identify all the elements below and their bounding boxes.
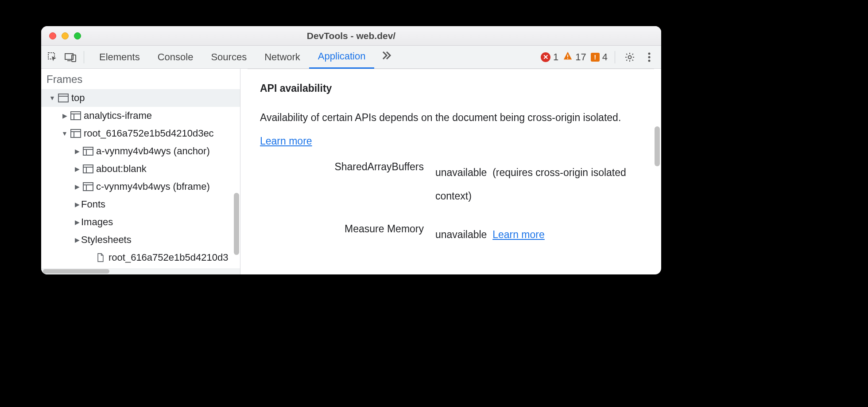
frame-icon [83, 147, 93, 156]
tree-row[interactable]: ▶analytics-iframe [41, 107, 240, 125]
tabbar-divider-2 [615, 51, 615, 63]
api-row-label: Measure Memory [313, 223, 424, 247]
tree-row-label: Stylesheets [81, 234, 132, 246]
svg-rect-4 [567, 55, 568, 57]
tree-row[interactable]: ▼top [41, 89, 240, 107]
disclosure-triangle-icon[interactable]: ▼ [61, 130, 69, 137]
tabs-container: ElementsConsoleSourcesNetworkApplication [90, 46, 374, 69]
errors-count[interactable]: ✕ 1 [541, 51, 558, 63]
warnings-count[interactable]: 17 [563, 51, 586, 63]
tabbar-right: ✕ 1 17 ! 4 [541, 50, 657, 65]
tabbar-divider [84, 51, 84, 63]
tab-elements[interactable]: Elements [90, 46, 149, 69]
tree-row-label: about:blank [96, 163, 147, 175]
device-toolbar-icon[interactable] [63, 50, 78, 64]
maximize-window-button[interactable] [74, 32, 81, 39]
tree-row[interactable]: ▶Images [41, 213, 240, 231]
disclosure-triangle-icon[interactable]: ▶ [61, 112, 69, 119]
section-description: Availability of certain APIs depends on … [260, 106, 642, 153]
svg-rect-21 [83, 165, 93, 173]
tree-row-label: c-vynmy4vb4wys (bframe) [96, 181, 210, 192]
api-row-learn-more-link[interactable]: Learn more [492, 229, 545, 240]
frames-tree[interactable]: ▼top▶analytics-iframe▼root_616a752e1b5d4… [41, 89, 240, 268]
svg-rect-10 [58, 94, 68, 102]
devtools-tabbar: ElementsConsoleSourcesNetworkApplication… [41, 46, 661, 69]
tree-row-label: root_616a752e1b5d4210d3 [108, 252, 228, 263]
api-row-status: unavailable [435, 167, 487, 178]
api-availability-table: SharedArrayBuffersunavailable (requires … [313, 161, 642, 247]
tree-row-label: top [71, 92, 85, 104]
api-row-value: unavailable Learn more [435, 223, 642, 247]
issue-icon: ! [591, 53, 600, 62]
settings-button[interactable] [622, 50, 637, 65]
disclosure-triangle-icon[interactable]: ▶ [73, 236, 81, 243]
devtools-window: DevTools - web.dev/ ElementsConsoleSourc… [41, 26, 661, 274]
sidebar-scrollbar-horizontal-thumb[interactable] [43, 269, 109, 274]
disclosure-triangle-icon[interactable]: ▶ [73, 183, 81, 190]
tree-row[interactable]: ▶c-vynmy4vb4wys (bframe) [41, 178, 240, 196]
frames-sidebar: Frames ▼top▶analytics-iframe▼root_616a75… [41, 69, 240, 274]
devtools-body: Frames ▼top▶analytics-iframe▼root_616a75… [41, 69, 661, 274]
tab-console[interactable]: Console [149, 46, 202, 69]
frame-icon [70, 111, 81, 120]
tree-row[interactable]: ▶Stylesheets [41, 231, 240, 249]
learn-more-link[interactable]: Learn more [260, 135, 312, 147]
doc-icon [95, 253, 106, 262]
tree-row[interactable]: ▼root_616a752e1b5d4210d3ec [41, 125, 240, 142]
tree-row-label: Images [81, 216, 113, 228]
svg-rect-5 [567, 58, 568, 59]
more-options-button[interactable] [642, 50, 657, 65]
more-tabs-button[interactable] [378, 50, 395, 64]
sidebar-scrollbar-vertical[interactable] [234, 193, 239, 255]
disclosure-triangle-icon[interactable]: ▼ [48, 94, 56, 102]
issues-value: 4 [602, 51, 608, 63]
api-row-label: SharedArrayBuffers [313, 161, 424, 208]
sidebar-heading: Frames [41, 69, 240, 89]
main-panel: API availability Availability of certain… [240, 69, 661, 274]
svg-point-8 [648, 56, 651, 58]
svg-rect-12 [71, 112, 81, 120]
issues-count[interactable]: ! 4 [591, 51, 608, 63]
main-scrollbar-vertical[interactable] [655, 126, 660, 166]
frame-icon [70, 129, 81, 138]
section-title: API availability [260, 82, 642, 94]
error-icon: ✕ [541, 52, 550, 62]
svg-point-6 [628, 55, 632, 59]
tree-row[interactable]: ▶a-vynmy4vb4wys (anchor) [41, 142, 240, 160]
tree-row-label: root_616a752e1b5d4210d3ec [84, 128, 214, 139]
tree-row[interactable]: root_616a752e1b5d4210d3 [41, 249, 240, 266]
tree-row-label: a-vynmy4vb4wys (anchor) [96, 145, 210, 157]
section-description-text: Availability of certain APIs depends on … [260, 112, 621, 123]
tab-sources[interactable]: Sources [202, 46, 256, 69]
sidebar-scrollbar-horizontal[interactable] [41, 268, 240, 274]
api-row-value: unavailable (requires cross-origin isola… [435, 161, 642, 208]
inspect-element-icon[interactable] [46, 50, 60, 64]
window-icon [58, 94, 69, 102]
frame-icon [83, 182, 93, 191]
disclosure-triangle-icon[interactable]: ▶ [73, 165, 81, 172]
api-row-status: unavailable [435, 229, 487, 240]
minimize-window-button[interactable] [62, 32, 69, 39]
svg-point-9 [648, 59, 651, 62]
errors-value: 1 [553, 51, 558, 63]
tab-network[interactable]: Network [256, 46, 309, 69]
main-inner: API availability Availability of certain… [248, 69, 654, 246]
warnings-value: 17 [575, 51, 586, 63]
tree-row-label: Fonts [81, 199, 105, 210]
frame-icon [83, 164, 93, 173]
tree-row-label: analytics-iframe [84, 110, 152, 121]
svg-rect-18 [83, 147, 93, 155]
titlebar: DevTools - web.dev/ [41, 26, 661, 46]
svg-point-7 [648, 52, 651, 55]
tree-row[interactable]: ▶Fonts [41, 196, 240, 213]
disclosure-triangle-icon[interactable]: ▶ [73, 148, 81, 155]
window-title: DevTools - web.dev/ [41, 31, 661, 41]
traffic-lights [41, 32, 81, 39]
disclosure-triangle-icon[interactable]: ▶ [73, 201, 81, 208]
svg-rect-15 [71, 129, 81, 137]
disclosure-triangle-icon[interactable]: ▶ [73, 219, 81, 226]
tree-row[interactable]: ▶about:blank [41, 160, 240, 178]
tab-application[interactable]: Application [309, 46, 375, 69]
svg-rect-24 [83, 183, 93, 191]
close-window-button[interactable] [49, 32, 56, 39]
